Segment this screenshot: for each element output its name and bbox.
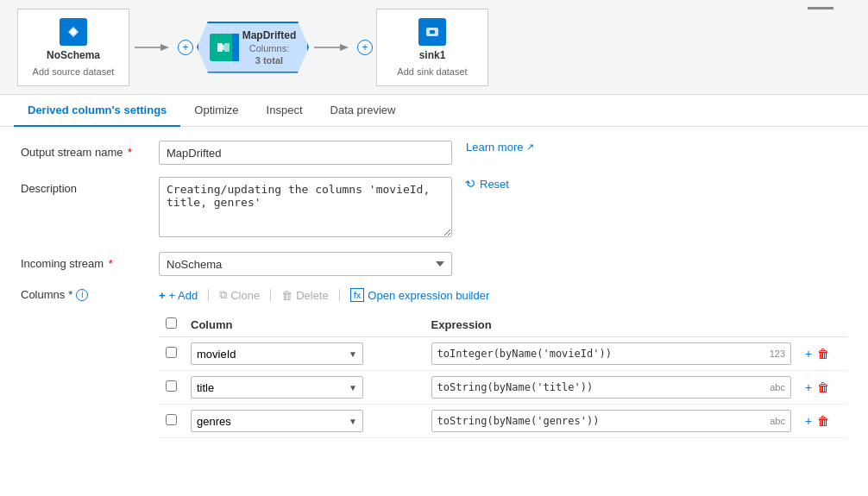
- row-1-dropdown-arrow[interactable]: ▼: [349, 349, 357, 359]
- row-2-dropdown-arrow[interactable]: ▼: [349, 383, 357, 392]
- row-2-add-button[interactable]: +: [805, 380, 812, 394]
- row-2-actions-cell: + 🗑: [798, 371, 847, 405]
- description-label: Description: [21, 177, 159, 195]
- row-1-type-badge: 123: [770, 348, 785, 359]
- row-2-delete-button[interactable]: 🗑: [817, 380, 829, 394]
- row-2-checkbox[interactable]: [166, 380, 177, 392]
- delete-button[interactable]: 🗑 Delete: [281, 289, 329, 302]
- clone-button[interactable]: ⧉ Clone: [219, 288, 260, 302]
- row-1-add-button[interactable]: +: [805, 347, 812, 361]
- delete-icon: 🗑: [281, 289, 292, 302]
- table-row: ▼ toInteger(byName('movieId')) 123 +: [159, 337, 847, 371]
- row-2-expr-wrap[interactable]: toString(byName('title')) abc: [431, 376, 791, 399]
- row-3-actions-cell: + 🗑: [798, 405, 847, 438]
- row-3-check-cell: [159, 405, 184, 438]
- toolbar-divider-3: [339, 289, 340, 301]
- row-3-delete-button[interactable]: 🗑: [817, 414, 829, 428]
- row-2-expr-cell: toString(byName('title')) abc: [425, 371, 798, 405]
- output-stream-control: [159, 141, 452, 165]
- source-node[interactable]: NoSchema Add source dataset: [17, 9, 129, 86]
- select-all-checkbox[interactable]: [166, 317, 177, 329]
- settings-panel: Output stream name * Learn more ↗ Descri…: [0, 127, 868, 492]
- columns-label: Columns * i: [21, 288, 159, 301]
- col-header-actions: [798, 312, 847, 337]
- connector-1: [135, 39, 169, 56]
- columns-toolbar: + + Add ⧉ Clone 🗑 Delete fx Open express…: [159, 288, 847, 302]
- row-2-expr-text: toString(byName('title')): [437, 381, 594, 393]
- tabs-bar: Derived column's settings Optimize Inspe…: [0, 95, 868, 127]
- table-row: ▼ toString(byName('genres')) abc +: [159, 405, 847, 438]
- table-row: ▼ toString(byName('title')) abc +: [159, 371, 847, 405]
- row-2-check-cell: [159, 371, 184, 405]
- row-2-col-input-wrap: ▼: [191, 376, 363, 399]
- learn-more-actions: Learn more ↗: [466, 141, 534, 154]
- derived-node[interactable]: MapDrifted Columns: 3 total: [197, 22, 309, 73]
- reset-icon: ↻: [463, 175, 479, 192]
- row-2-col-input[interactable]: [197, 381, 349, 394]
- description-input[interactable]: Creating/updating the columns 'movieId, …: [159, 177, 452, 237]
- toolbar-divider-2: [270, 289, 271, 301]
- incoming-stream-select[interactable]: NoSchema: [159, 252, 452, 276]
- output-stream-input[interactable]: [159, 141, 452, 165]
- columns-info-icon[interactable]: i: [76, 289, 88, 301]
- row-1-col-input-wrap: ▼: [191, 342, 363, 365]
- derived-node-count: 3 total: [242, 55, 297, 66]
- pipeline-canvas: NoSchema Add source dataset +: [0, 0, 868, 95]
- columns-content: + + Add ⧉ Clone 🗑 Delete fx Open express…: [159, 288, 847, 438]
- incoming-stream-label: Incoming stream *: [21, 252, 159, 270]
- toolbar-divider-1: [208, 289, 209, 301]
- tab-derived-settings[interactable]: Derived column's settings: [14, 95, 180, 127]
- row-3-col-cell: ▼: [184, 405, 425, 438]
- add-column-button[interactable]: + + Add: [159, 289, 198, 302]
- source-node-sub: Add source dataset: [33, 66, 115, 77]
- output-stream-label: Output stream name *: [21, 141, 159, 159]
- open-expression-builder-button[interactable]: fx Open expression builder: [350, 288, 489, 302]
- description-control: Creating/updating the columns 'movieId, …: [159, 177, 452, 240]
- row-3-expr-cell: toString(byName('genres')) abc: [425, 405, 798, 438]
- derived-node-label: MapDrifted: [242, 29, 297, 41]
- output-stream-row: Output stream name * Learn more ↗: [21, 141, 847, 165]
- incoming-stream-row: Incoming stream * NoSchema: [21, 252, 847, 276]
- connector-2: [314, 39, 349, 56]
- sink-node[interactable]: sink1 Add sink dataset: [376, 9, 488, 86]
- row-3-actions: + 🗑: [805, 414, 840, 428]
- expression-icon: fx: [350, 288, 365, 302]
- sink-icon: [418, 18, 446, 46]
- row-3-dropdown-arrow[interactable]: ▼: [349, 417, 357, 426]
- row-3-col-input[interactable]: [197, 415, 349, 428]
- row-2-actions: + 🗑: [805, 380, 840, 394]
- clone-icon: ⧉: [219, 288, 227, 302]
- row-1-delete-button[interactable]: 🗑: [817, 347, 829, 361]
- svg-rect-11: [430, 30, 435, 34]
- derived-icon: [210, 34, 237, 61]
- row-1-actions: + 🗑: [805, 347, 840, 361]
- add-node-btn-2[interactable]: +: [357, 40, 373, 55]
- source-icon: [60, 18, 87, 46]
- tab-optimize[interactable]: Optimize: [180, 95, 252, 127]
- sink-node-sub: Add sink dataset: [397, 66, 467, 77]
- add-node-btn-1[interactable]: +: [178, 40, 193, 55]
- learn-more-button[interactable]: Learn more ↗: [466, 141, 534, 154]
- row-3-expr-text: toString(byName('genres')): [437, 415, 600, 427]
- incoming-stream-control: NoSchema: [159, 252, 452, 276]
- row-3-checkbox[interactable]: [166, 414, 177, 425]
- col-header-check: [159, 312, 184, 337]
- row-1-col-cell: ▼: [184, 337, 425, 371]
- derived-node-sublabel: Columns:: [242, 43, 297, 53]
- row-3-expr-wrap[interactable]: toString(byName('genres')) abc: [431, 410, 791, 432]
- sink-node-label: sink1: [419, 49, 446, 61]
- svg-marker-2: [160, 44, 169, 51]
- minimize-bar[interactable]: [808, 7, 833, 9]
- description-row: Description Creating/updating the column…: [21, 177, 847, 240]
- tab-data-preview[interactable]: Data preview: [317, 95, 410, 127]
- row-1-checkbox[interactable]: [166, 347, 177, 358]
- row-1-actions-cell: + 🗑: [798, 337, 847, 371]
- add-icon: +: [159, 289, 166, 302]
- row-1-col-input[interactable]: [197, 348, 349, 361]
- source-node-label: NoSchema: [47, 49, 100, 61]
- reset-button[interactable]: ↻ Reset: [466, 177, 509, 191]
- row-3-add-button[interactable]: +: [805, 414, 812, 428]
- tab-inspect[interactable]: Inspect: [253, 95, 317, 127]
- row-1-expr-wrap[interactable]: toInteger(byName('movieId')) 123: [431, 342, 791, 365]
- svg-rect-4: [224, 43, 230, 52]
